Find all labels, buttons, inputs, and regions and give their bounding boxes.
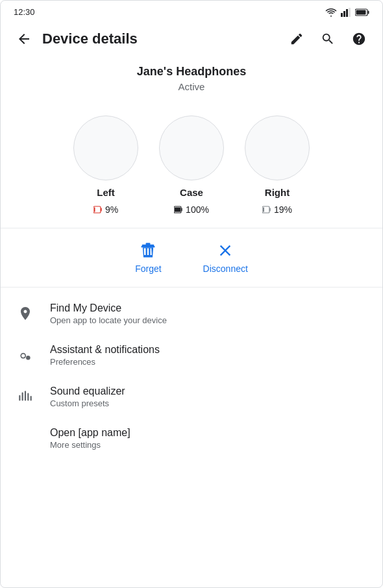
svg-rect-1 bbox=[343, 11, 345, 17]
battery-right-icon bbox=[262, 205, 271, 214]
menu-item-open-app[interactable]: Open [app name] More settings bbox=[1, 417, 382, 459]
battery-section: Left 9% Case 100% Right bbox=[1, 105, 382, 228]
svg-rect-11 bbox=[181, 208, 182, 212]
disconnect-label: Disconnect bbox=[203, 263, 248, 274]
battery-case: Case 100% bbox=[159, 116, 224, 215]
battery-right-level: 19% bbox=[262, 204, 292, 215]
svg-rect-5 bbox=[368, 10, 369, 14]
header: Device details bbox=[1, 21, 382, 60]
back-button[interactable] bbox=[11, 26, 37, 52]
menu-item-equalizer[interactable]: Sound equalizer Custom presets bbox=[1, 376, 382, 417]
grid-icon bbox=[14, 426, 37, 450]
battery-right: Right 19% bbox=[245, 116, 310, 215]
disconnect-button[interactable]: Disconnect bbox=[203, 241, 248, 274]
forget-label: Forget bbox=[135, 263, 161, 274]
svg-rect-9 bbox=[94, 208, 95, 212]
battery-case-level: 100% bbox=[174, 204, 209, 215]
svg-rect-2 bbox=[346, 9, 348, 17]
open-app-text: Open [app name] More settings bbox=[50, 427, 130, 450]
equalizer-subtitle: Custom presets bbox=[50, 398, 125, 408]
battery-right-label: Right bbox=[265, 187, 290, 198]
svg-rect-0 bbox=[341, 13, 343, 17]
open-app-title: Open [app name] bbox=[50, 427, 130, 439]
open-app-subtitle: More settings bbox=[50, 440, 130, 450]
edit-button[interactable] bbox=[284, 26, 310, 52]
assistant-icon bbox=[14, 343, 37, 367]
battery-case-icon bbox=[174, 205, 183, 214]
svg-rect-18 bbox=[146, 243, 151, 245]
signal-icon bbox=[341, 8, 351, 17]
find-device-subtitle: Open app to locate your device bbox=[50, 315, 167, 325]
svg-rect-17 bbox=[142, 246, 155, 247]
device-name: Jane's Headphones bbox=[11, 65, 372, 79]
svg-point-21 bbox=[21, 354, 25, 357]
wifi-icon bbox=[325, 8, 337, 17]
trash-icon bbox=[139, 241, 157, 260]
location-icon bbox=[14, 302, 37, 325]
battery-left: Left 9% bbox=[73, 116, 138, 215]
battery-left-label: Left bbox=[97, 187, 115, 198]
battery-left-circle bbox=[73, 116, 138, 180]
page-title: Device details bbox=[42, 31, 278, 47]
assistant-text: Assistant & notifications Preferences bbox=[50, 344, 160, 367]
svg-rect-14 bbox=[269, 208, 271, 212]
find-device-text: Find My Device Open app to locate your d… bbox=[50, 302, 167, 325]
forget-button[interactable]: Forget bbox=[135, 241, 161, 274]
x-icon bbox=[216, 241, 234, 260]
menu-item-assistant[interactable]: Assistant & notifications Preferences bbox=[1, 334, 382, 376]
svg-rect-24 bbox=[25, 391, 26, 400]
svg-rect-15 bbox=[263, 208, 264, 212]
equalizer-text: Sound equalizer Custom presets bbox=[50, 386, 125, 408]
help-button[interactable] bbox=[346, 26, 372, 52]
svg-point-20 bbox=[26, 356, 31, 360]
svg-rect-23 bbox=[22, 393, 23, 401]
action-section: Forget Disconnect bbox=[1, 228, 382, 287]
assistant-subtitle: Preferences bbox=[50, 357, 160, 367]
svg-rect-22 bbox=[19, 395, 20, 401]
equalizer-icon bbox=[14, 385, 37, 408]
svg-rect-26 bbox=[31, 396, 32, 401]
svg-rect-12 bbox=[175, 208, 180, 212]
device-info: Jane's Headphones Active bbox=[1, 60, 382, 105]
battery-left-icon bbox=[93, 205, 103, 214]
status-bar: 12:30 bbox=[1, 1, 382, 21]
device-status: Active bbox=[11, 81, 372, 92]
svg-rect-3 bbox=[349, 8, 351, 17]
svg-rect-25 bbox=[27, 393, 29, 401]
search-button[interactable] bbox=[315, 26, 341, 52]
find-device-title: Find My Device bbox=[50, 302, 167, 314]
svg-rect-8 bbox=[101, 208, 102, 212]
battery-case-label: Case bbox=[180, 187, 203, 198]
menu-item-find-device[interactable]: Find My Device Open app to locate your d… bbox=[1, 293, 382, 334]
status-time: 12:30 bbox=[14, 7, 35, 17]
menu-section: Find My Device Open app to locate your d… bbox=[1, 288, 382, 464]
status-icons bbox=[325, 8, 369, 17]
battery-left-level: 9% bbox=[93, 204, 118, 215]
battery-status-icon bbox=[355, 8, 369, 16]
svg-rect-6 bbox=[356, 10, 366, 14]
battery-case-circle bbox=[159, 116, 224, 180]
header-actions bbox=[284, 26, 372, 52]
equalizer-title: Sound equalizer bbox=[50, 386, 125, 397]
battery-right-circle bbox=[245, 116, 310, 180]
assistant-title: Assistant & notifications bbox=[50, 344, 160, 356]
